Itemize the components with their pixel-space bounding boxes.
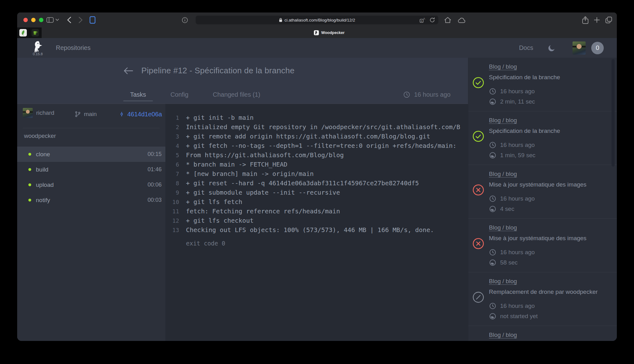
start-page-icon[interactable] [90,16,95,24]
branch-name: main [84,111,97,118]
notification-badge[interactable]: 0 [591,42,604,54]
teacup-icon [32,29,39,36]
commit-hash: 4614d1e06a [127,111,162,118]
window-controls [23,18,43,22]
log-line-text: + git submodule update --init --recursiv… [186,189,340,196]
zoom-window-button[interactable] [39,18,43,22]
pipeline-duration: 1 min, 59 sec [489,152,611,159]
log-line-text: + git lfs checkout [186,217,254,224]
sidebar-scrollbar[interactable] [612,59,615,167]
repo-link[interactable]: Blog / blog [489,224,517,231]
close-window-button[interactable] [23,18,28,22]
forward-button[interactable] [78,17,83,23]
log-line-number: 7 [165,171,186,177]
repo-link[interactable]: Blog / blog [489,332,517,338]
step-row[interactable]: clone 00:15 [17,147,165,162]
step-row[interactable]: notify 00:03 [17,192,165,208]
pipeline-list-item[interactable]: Blog / blog Spécification de la branche … [468,111,617,165]
back-arrow-icon[interactable] [123,67,133,75]
divider [23,128,160,128]
pipeline-duration: 4 sec [489,205,611,213]
pinned-tab-1[interactable] [17,27,29,38]
pipeline-list-item[interactable]: Blog / blog Spécification de la branche … [468,58,617,111]
log-line: 3 + git remote add origin https://git.at… [165,132,468,141]
new-tab-icon[interactable] [594,17,600,23]
pipeline-main: Pipeline #12 - Spécification de la branc… [17,58,468,341]
pipeline-duration: not started yet [489,313,611,320]
pipeline-tab[interactable]: Tasks [123,85,153,104]
step-name: clone [36,151,50,158]
svg-text:A: A [423,17,425,20]
tab-overview-icon[interactable] [605,17,612,23]
step-name: upload [36,182,54,188]
log-line-number: 9 [165,189,186,196]
repo-link[interactable]: Blog / blog [489,117,517,124]
duration-icon [489,259,496,266]
nav-repositories[interactable]: Repositories [56,44,90,51]
log-panel[interactable]: 1 + git init -b main 2 Initialized empty… [165,104,468,341]
browser-toolbar: ci.athaliasoft.com/Blog/blog/build/12/2 … [17,12,617,27]
address-bar-group: ci.athaliasoft.com/Blog/blog/build/12/2 … [196,16,438,24]
workflow-name: woodpecker [24,133,56,139]
chevron-down-icon [56,19,59,21]
back-button[interactable] [66,17,72,23]
pipeline-list-item[interactable]: Blog / blog Remplacement de drone par wo… [468,272,617,326]
tab-woodpecker[interactable]: Woodpecker [41,27,617,38]
reload-icon[interactable] [430,17,435,23]
log-line: 6 * branch main -> FETCH_HEAD [165,160,468,169]
cloud-icon[interactable] [458,17,466,23]
pipeline-status [472,130,484,142]
pipeline-status [472,184,484,196]
sidebar-toggle-icon[interactable] [46,17,59,23]
pipeline-list-item[interactable]: Blog / blog Mise à jour systématique des… [468,165,617,219]
log-line-text: + git reset --hard -q 4614d1e06a3dabf311… [186,179,419,187]
pipeline-status [472,291,484,303]
pipeline-tab[interactable]: Config [163,85,195,104]
repo-link[interactable]: Blog / blog [489,278,517,285]
pipeline-status [472,238,484,250]
step-duration: 01:46 [148,166,162,173]
repo-link[interactable]: Blog / blog [489,171,517,177]
step-duration: 00:03 [148,197,162,203]
author-name: richard [36,109,54,116]
log-line: 10 + git lfs fetch [165,197,468,206]
pipeline-tab[interactable]: Changed files (1) [206,85,267,104]
address-bar[interactable]: ci.athaliasoft.com/Blog/blog/build/12/2 … [196,16,438,24]
step-row[interactable]: build 01:46 [17,162,165,177]
branch-icon [74,110,81,118]
pipeline-time: 16 hours ago [489,141,611,149]
home-icon[interactable] [444,17,451,23]
clock-icon [403,91,410,98]
commit-hash-link[interactable]: 4614d1e06a [119,110,162,118]
log-line-number: 1 [165,114,186,121]
log-line: 4 + git fetch --no-tags --depth=1 --filt… [165,141,468,150]
commit-message: Remplacement de drone par woodpecker [489,289,611,295]
pipeline-duration: 2 min, 11 sec [489,98,611,105]
dark-mode-toggle[interactable] [548,44,556,52]
exit-code: exit code 0 [165,240,468,247]
minimize-window-button[interactable] [31,18,36,22]
log-line-number: 5 [165,152,186,158]
failure-icon [472,184,484,196]
woodpecker-logo[interactable]: 0.15.8 [30,41,45,56]
log-line: 9 + git submodule update --init --recurs… [165,188,468,197]
log-line-text: + git lfs fetch [186,198,242,206]
pipeline-time: 16 hours ago [489,88,611,95]
step-row[interactable]: upload 00:06 [17,177,165,192]
translate-icon[interactable]: aA [420,17,426,23]
docs-link[interactable]: Docs [519,44,533,51]
url-text: ci.athaliasoft.com/Blog/blog/build/12/2 [285,18,355,22]
log-line-text: * branch main -> FETCH_HEAD [186,161,287,168]
commit-icon [119,110,124,118]
pipeline-duration: 58 sec [489,259,611,266]
log-line: 8 + git reset --hard -q 4614d1e06a3dabf3… [165,178,468,188]
user-avatar[interactable] [573,41,586,55]
info-icon[interactable] [182,17,188,23]
log-line-text: * [new branch] main -> origin/main [186,170,314,177]
pipeline-list-item[interactable]: Blog / blog Remplacement de drone par wo… [468,326,617,341]
pipeline-time: 16 hours ago [489,195,611,202]
pipeline-list-item[interactable]: Blog / blog Mise à jour systématique des… [468,219,617,272]
repo-link[interactable]: Blog / blog [489,63,517,70]
share-icon[interactable] [582,16,588,24]
pinned-tab-2[interactable] [29,27,41,38]
